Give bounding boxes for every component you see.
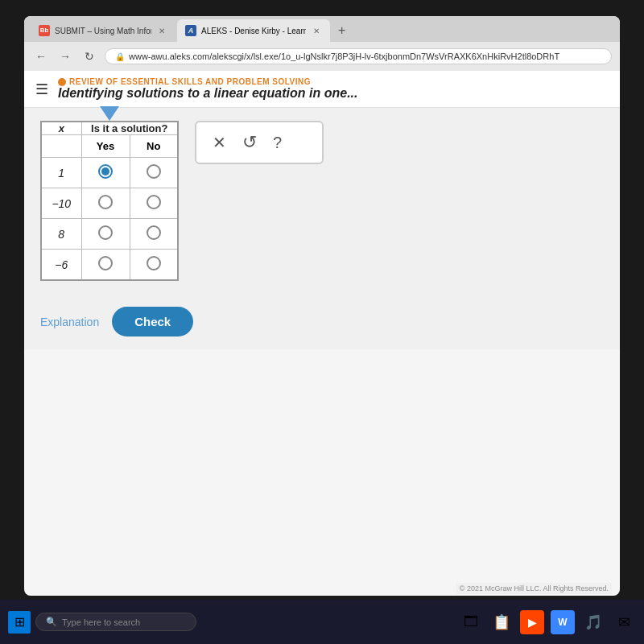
yes-radio-4[interactable] [81, 250, 130, 281]
taskbar-icon-1[interactable]: 🗔 [459, 610, 483, 634]
tab-bb-label: SUBMIT – Using Math Inform You [55, 27, 151, 35]
table-container: x Is it a solution? Yes No [40, 121, 179, 281]
reload-button[interactable]: ↻ [80, 47, 98, 65]
start-button[interactable]: ⊞ [8, 611, 31, 634]
x-value-8: 8 [41, 219, 81, 250]
yes-radio-1[interactable] [81, 158, 130, 188]
bottom-bar: Explanation Check [24, 294, 620, 349]
back-button[interactable]: ← [32, 47, 50, 65]
section-subtitle: REVIEW OF ESSENTIAL SKILLS AND PROBLEM S… [58, 77, 609, 86]
no-radio-btn-3[interactable] [147, 225, 161, 240]
action-panel: ✕ ↺ ? [195, 121, 324, 164]
x-value-1: 1 [41, 158, 81, 188]
dropdown-arrow-indicator [100, 106, 119, 121]
copyright-text: © 2021 McGraw Hill LLC. All Rights Reser… [456, 583, 612, 594]
page-title: Identifying solutions to a linear equati… [58, 86, 609, 101]
yes-radio-btn-1[interactable] [98, 164, 113, 179]
hamburger-menu[interactable]: ☰ [35, 80, 48, 98]
yes-radio-btn-4[interactable] [98, 256, 113, 270]
section-label-text: REVIEW OF ESSENTIAL SKILLS AND PROBLEM S… [69, 77, 311, 86]
taskbar-icon-5[interactable]: 🎵 [581, 610, 605, 634]
undo-button[interactable]: ↺ [242, 132, 257, 153]
tab-bb-close[interactable]: ✕ [156, 25, 167, 36]
answer-table: x Is it a solution? Yes No [40, 121, 179, 281]
x-value-minus6: −6 [41, 250, 81, 281]
no-radio-1[interactable] [130, 158, 178, 188]
no-radio-2[interactable] [130, 188, 178, 219]
taskbar-icons: 🗔 📋 ▶ W 🎵 ✉ [459, 610, 636, 634]
no-radio-btn-1[interactable] [147, 164, 161, 179]
no-radio-btn-4[interactable] [147, 256, 161, 270]
no-radio-4[interactable] [130, 250, 178, 281]
status-dot [58, 78, 66, 86]
tab-bb[interactable]: Bb SUBMIT – Using Math Inform You ✕ [31, 19, 175, 42]
taskbar: ⊞ 🔍 Type here to search 🗔 📋 ▶ W 🎵 ✉ [0, 600, 644, 644]
no-radio-btn-2[interactable] [147, 195, 161, 209]
url-text: www-awu.aleks.com/alekscgi/x/lsl.exe/1o_… [129, 52, 559, 61]
tab-aleks-label: ALEKS - Denise Kirby - Learn [201, 27, 306, 35]
taskbar-icon-3[interactable]: ▶ [520, 610, 544, 634]
yes-header: Yes [81, 135, 130, 158]
is-solution-header: Is it a solution? [81, 122, 178, 135]
top-nav: ☰ REVIEW OF ESSENTIAL SKILLS AND PROBLEM… [24, 71, 620, 108]
check-button[interactable]: Check [112, 307, 193, 336]
x-column-header: x [41, 122, 81, 135]
no-header: No [130, 135, 178, 158]
yes-radio-btn-2[interactable] [98, 195, 113, 209]
tab-aleks[interactable]: A ALEKS - Denise Kirby - Learn ✕ [177, 19, 330, 42]
yes-radio-btn-3[interactable] [98, 225, 113, 240]
yes-radio-3[interactable] [81, 219, 130, 250]
tab-bar: Bb SUBMIT – Using Math Inform You ✕ A AL… [24, 16, 620, 42]
taskbar-icon-6[interactable]: ✉ [612, 610, 636, 634]
url-bar[interactable]: 🔒 www-awu.aleks.com/alekscgi/x/lsl.exe/1… [105, 48, 612, 64]
laptop-screen: Bb SUBMIT – Using Math Inform You ✕ A AL… [24, 16, 620, 596]
tab-aleks-close[interactable]: ✕ [311, 25, 322, 36]
taskbar-search[interactable]: 🔍 Type here to search [35, 613, 196, 631]
address-bar: ← → ↻ 🔒 www-awu.aleks.com/alekscgi/x/lsl… [24, 42, 620, 71]
table-row: 1 [41, 158, 178, 188]
clear-button[interactable]: ✕ [213, 133, 226, 152]
lock-icon: 🔒 [115, 52, 125, 61]
search-icon: 🔍 [46, 617, 57, 627]
favicon-aleks: A [185, 25, 196, 36]
x-value-minus10: −10 [41, 188, 81, 219]
section-info: REVIEW OF ESSENTIAL SKILLS AND PROBLEM S… [58, 77, 609, 101]
table-row: −10 [41, 188, 178, 219]
main-area: x Is it a solution? Yes No [24, 108, 620, 294]
favicon-bb: Bb [39, 25, 50, 36]
table-row: 8 [41, 219, 178, 250]
x-sub-header [41, 135, 81, 158]
page-content: ☰ REVIEW OF ESSENTIAL SKILLS AND PROBLEM… [24, 71, 620, 596]
forward-button[interactable]: → [56, 47, 74, 65]
taskbar-icon-2[interactable]: 📋 [489, 610, 514, 634]
browser-chrome: Bb SUBMIT – Using Math Inform You ✕ A AL… [24, 16, 620, 71]
no-radio-3[interactable] [130, 219, 178, 250]
yes-radio-2[interactable] [81, 188, 130, 219]
explanation-link[interactable]: Explanation [40, 316, 99, 328]
help-button[interactable]: ? [273, 134, 282, 152]
search-placeholder: Type here to search [62, 617, 140, 627]
table-row: −6 [41, 250, 178, 281]
taskbar-icon-4[interactable]: W [551, 610, 575, 634]
new-tab-button[interactable]: + [332, 20, 352, 41]
